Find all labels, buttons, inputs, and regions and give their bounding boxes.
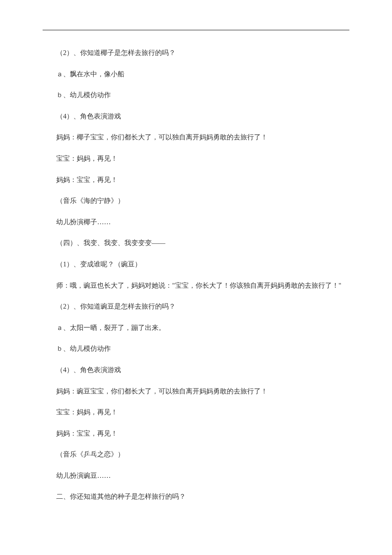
paragraph: （1）、变成谁呢？（豌豆） <box>43 259 349 270</box>
paragraph: 宝宝：妈妈，再见！ <box>43 153 349 164</box>
paragraph: ａ、太阳一晒，裂开了，蹦了出来。 <box>43 322 349 333</box>
top-divider <box>43 30 349 30</box>
paragraph: 妈妈：椰子宝宝，你们都长大了，可以独自离开妈妈勇敢的去旅行了！ <box>43 132 349 143</box>
paragraph: （2）、你知道豌豆是怎样去旅行的吗？ <box>43 301 349 312</box>
paragraph: 妈妈：宝宝，再见！ <box>43 174 349 185</box>
paragraph: （2）、你知道椰子是怎样去旅行的吗？ <box>43 47 349 58</box>
paragraph: （4）、角色表演游戏 <box>43 111 349 122</box>
paragraph: （4）、角色表演游戏 <box>43 364 349 376</box>
paragraph: ｂ、幼儿模仿动作 <box>43 90 349 101</box>
paragraph: 妈妈：豌豆宝宝，你们都长大了，可以独自离开妈妈勇敢的去旅行了！ <box>43 386 349 397</box>
paragraph: （音乐《海的宁静》） <box>43 195 349 206</box>
paragraph: ｂ、幼儿模仿动作 <box>43 343 349 354</box>
paragraph: 幼儿扮演豌豆…… <box>43 470 349 481</box>
paragraph: 妈妈：宝宝，再见！ <box>43 428 349 439</box>
document-page: （2）、你知道椰子是怎样去旅行的吗？ ａ、飘在水中，像小船 ｂ、幼儿模仿动作 （… <box>0 0 392 538</box>
paragraph: 师：哦，豌豆也长大了，妈妈对她说："宝宝，你长大了！你该独自离开妈妈勇敢的去旅行… <box>43 280 349 291</box>
paragraph: 幼儿扮演椰子…… <box>43 217 349 228</box>
paragraph: 宝宝：妈妈，再见！ <box>43 407 349 418</box>
paragraph: ａ、飘在水中，像小船 <box>43 69 349 80</box>
paragraph: （四）、我变、我变、我变变变—— <box>43 237 349 249</box>
paragraph: （音乐《乒乓之恋》） <box>43 449 349 460</box>
paragraph: 二、你还知道其他的种子是怎样旅行的吗？ <box>43 491 349 502</box>
